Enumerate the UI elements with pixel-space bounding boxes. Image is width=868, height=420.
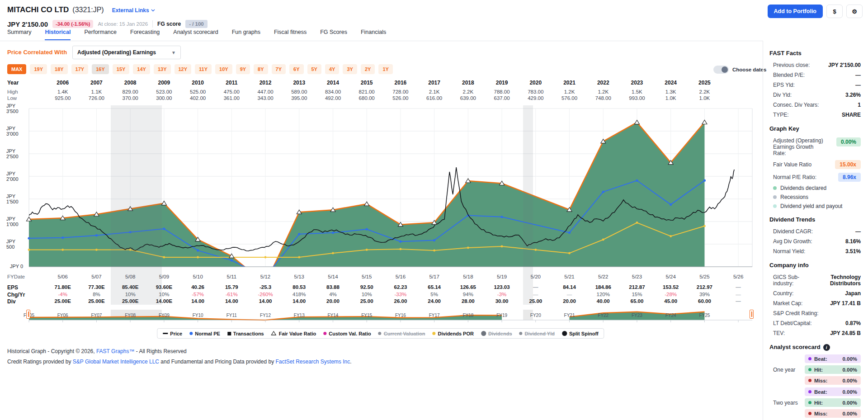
navigator-right-handle[interactable]: [750, 310, 754, 319]
settings-button[interactable]: ⚙: [846, 5, 863, 18]
fy-chg-cell: 10%: [113, 292, 147, 297]
year-high-cell: 783.00: [519, 89, 553, 94]
legend-item-current-valuation[interactable]: Current Valuation: [378, 331, 425, 336]
year-cell: 2018: [451, 80, 485, 86]
price-chart[interactable]: JPY3'500JPY3'000JPY2'500JPY2'000JPY1'500…: [0, 103, 763, 271]
price-row: JPY 2'150.00 -34.00 (-1.56%) At close: 1…: [7, 20, 208, 28]
choose-dates-label: Choose dates: [732, 67, 766, 72]
period-button-18y[interactable]: 18Y: [51, 64, 68, 74]
tab-fiscal-fitness[interactable]: Fiscal fitness: [274, 29, 307, 40]
navigator-left-handle[interactable]: [26, 310, 30, 319]
legend-item-price[interactable]: Price: [163, 331, 182, 336]
period-button-15y[interactable]: 15Y: [113, 64, 130, 74]
footer-link[interactable]: S&P Global Market Intelligence LLC: [73, 359, 159, 365]
period-button-12y[interactable]: 12Y: [175, 64, 192, 74]
gear-icon: ⚙: [852, 8, 857, 15]
tab-fg-scores[interactable]: FG Scores: [320, 29, 347, 40]
info-icon[interactable]: i: [823, 344, 830, 351]
chart-navigator[interactable]: [0, 309, 763, 323]
company-info-row-label: S&P Credit Rating:: [773, 310, 819, 316]
period-button-17y[interactable]: 17Y: [71, 64, 89, 74]
period-button-19y[interactable]: 19Y: [30, 64, 47, 74]
year-low-cell: 343.00: [248, 95, 283, 101]
tab-performance[interactable]: Performance: [84, 29, 117, 40]
choose-dates-toggle[interactable]: Choose dates: [713, 66, 766, 74]
fy-eps-cell: 80.53: [282, 284, 316, 290]
period-button-7y[interactable]: 7Y: [272, 64, 286, 74]
currency-button[interactable]: $: [826, 5, 843, 18]
fg-score-label: FG score: [157, 21, 181, 27]
period-button-9y[interactable]: 9Y: [236, 64, 250, 74]
fy-chg-cell: 39%: [687, 292, 722, 297]
external-links[interactable]: External Links: [112, 7, 155, 14]
year-cell: 2017: [417, 80, 452, 86]
fast-facts-row: Consec. Div Years:1: [769, 100, 861, 110]
year-low-cell: 526.00: [383, 95, 418, 101]
analyst-badge-label: Miss:: [814, 378, 827, 383]
period-button-max[interactable]: MAX: [7, 64, 26, 74]
period-button-10y[interactable]: 10Y: [215, 64, 232, 74]
year-high-cell: 1.1K: [79, 89, 113, 94]
legend-item-normal-pe[interactable]: Normal PE: [189, 331, 220, 336]
fy-eps-cell: 123.03: [485, 284, 519, 290]
analyst-badge-label: Miss:: [814, 411, 827, 416]
fy-chg-cell: 5%: [417, 292, 452, 297]
fy-eps-cell: 126.65: [451, 284, 485, 290]
period-button-1y[interactable]: 1Y: [378, 64, 392, 74]
tab-forecasting[interactable]: Forecasting: [130, 29, 160, 40]
price-change-badge: -34.00 (-1.56%): [52, 20, 93, 28]
fast-facts-row-label: Blended P/E:: [773, 72, 805, 78]
fy-date-cell: 5/09: [147, 274, 181, 279]
navigator-fy-label: FY07: [87, 313, 105, 318]
current-price: JPY 2'150.00: [7, 20, 48, 28]
footer-link[interactable]: FAST Graphs™: [96, 348, 134, 354]
legend-item-transactions[interactable]: Transactions: [227, 331, 264, 336]
period-button-11y[interactable]: 11Y: [195, 64, 212, 74]
triangle-marker-icon: [271, 331, 277, 336]
dot-marker-icon: [378, 332, 382, 335]
legend-item-dividend-yld[interactable]: Dividend Yld: [519, 331, 555, 336]
period-button-2y[interactable]: 2Y: [361, 64, 375, 74]
legend-item-dividends-por[interactable]: Dividends POR: [432, 331, 473, 336]
period-button-13y[interactable]: 13Y: [154, 64, 171, 74]
period-button-4y[interactable]: 4Y: [325, 64, 339, 74]
legend-item-split-spinoff[interactable]: Split Spinoff: [562, 331, 599, 336]
period-button-14y[interactable]: 14Y: [133, 64, 150, 74]
analyst-group-one-year: One yearBeat:0.00%Hit:0.00%Miss:0.00%: [769, 354, 861, 385]
navigator-fy-label: FY16: [392, 313, 410, 318]
fy-table-row-label: Div: [7, 298, 16, 305]
tab-analyst-scorecard[interactable]: Analyst scorecard: [173, 29, 218, 40]
add-to-portfolio-button[interactable]: Add to Portfolio: [768, 5, 823, 18]
fy-eps-cell: 93.60E: [147, 284, 181, 290]
period-button-6y[interactable]: 6Y: [289, 64, 303, 74]
period-button-5y[interactable]: 5Y: [307, 64, 321, 74]
legend-item-dividends[interactable]: Dividends: [481, 331, 512, 336]
footer-link[interactable]: FactSet Research Systems Inc: [275, 359, 350, 365]
y-axis-label: JPY3'000: [6, 126, 27, 137]
tab-financials[interactable]: Financials: [361, 29, 386, 40]
fy-div-cell: 28.00: [451, 298, 485, 304]
fy-eps-cell: 153.52: [654, 284, 688, 290]
tab-summary[interactable]: Summary: [7, 29, 31, 40]
legend-item-fair-value-ratio[interactable]: Fair Value Ratio: [271, 331, 316, 336]
legend-item-custom-val-ratio[interactable]: Custom Val. Ratio: [323, 331, 371, 336]
toggle-switch[interactable]: [713, 66, 729, 74]
company-info-row: LT Debt/Capital:0.87%: [769, 318, 861, 328]
period-button-8y[interactable]: 8Y: [254, 64, 268, 74]
company-info-row: Market Cap:JPY 17.41 B: [769, 298, 861, 308]
fy-chg-cell: -3%: [485, 292, 519, 297]
credits-text: Credit Ratings provided by S&P Global Ma…: [7, 359, 352, 365]
correlation-dropdown[interactable]: Adjusted (Operating) Earnings ▼: [72, 46, 181, 59]
year-high-cell: 2.2K: [687, 89, 722, 94]
company-name: MITACHI CO LTD: [7, 5, 69, 14]
fy-div-cell: 25.00: [519, 298, 553, 304]
fast-facts-row: TYPE:SHARE: [769, 110, 861, 120]
period-button-16y[interactable]: 16Y: [92, 64, 109, 74]
tab-fun-graphs[interactable]: Fun graphs: [232, 29, 260, 40]
year-low-cell: 361.00: [214, 95, 249, 101]
navigator-fy-label: FY25: [695, 313, 713, 318]
period-button-3y[interactable]: 3Y: [343, 64, 357, 74]
company-info-row-value: Technology Distributors: [811, 274, 861, 287]
fy-eps-cell: 15.79: [214, 284, 249, 290]
tab-historical[interactable]: Historical: [45, 29, 71, 40]
